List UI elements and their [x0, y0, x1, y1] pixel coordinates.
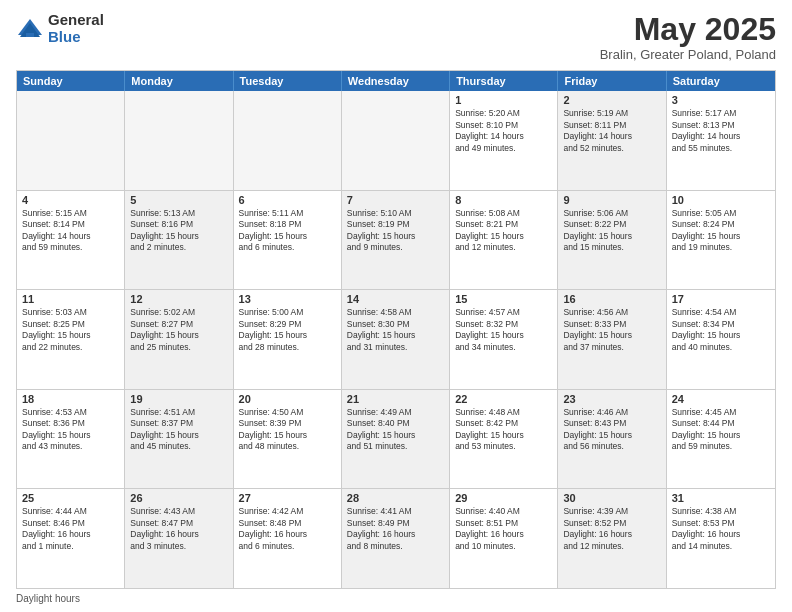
- calendar-cell: [17, 91, 125, 190]
- cell-line: and 8 minutes.: [347, 541, 444, 552]
- calendar-cell: 11Sunrise: 5:03 AMSunset: 8:25 PMDayligh…: [17, 290, 125, 389]
- day-number: 13: [239, 293, 336, 305]
- calendar-cell: 21Sunrise: 4:49 AMSunset: 8:40 PMDayligh…: [342, 390, 450, 489]
- cell-line: Daylight: 14 hours: [563, 131, 660, 142]
- day-number: 9: [563, 194, 660, 206]
- day-number: 21: [347, 393, 444, 405]
- calendar-cell: 27Sunrise: 4:42 AMSunset: 8:48 PMDayligh…: [234, 489, 342, 588]
- calendar-header-cell: Monday: [125, 71, 233, 91]
- cell-line: Sunrise: 5:06 AM: [563, 208, 660, 219]
- cell-line: and 49 minutes.: [455, 143, 552, 154]
- day-number: 23: [563, 393, 660, 405]
- cell-line: and 31 minutes.: [347, 342, 444, 353]
- cell-line: Sunrise: 4:54 AM: [672, 307, 770, 318]
- day-number: 18: [22, 393, 119, 405]
- cell-line: Sunset: 8:48 PM: [239, 518, 336, 529]
- calendar-week: 18Sunrise: 4:53 AMSunset: 8:36 PMDayligh…: [17, 389, 775, 489]
- cell-line: Daylight: 16 hours: [563, 529, 660, 540]
- day-number: 30: [563, 492, 660, 504]
- cell-line: Sunrise: 4:45 AM: [672, 407, 770, 418]
- cell-line: Sunset: 8:34 PM: [672, 319, 770, 330]
- cell-line: Sunset: 8:19 PM: [347, 219, 444, 230]
- cell-line: Sunrise: 4:56 AM: [563, 307, 660, 318]
- calendar-cell: 28Sunrise: 4:41 AMSunset: 8:49 PMDayligh…: [342, 489, 450, 588]
- cell-line: Sunset: 8:11 PM: [563, 120, 660, 131]
- cell-line: Daylight: 15 hours: [239, 231, 336, 242]
- cell-line: Sunset: 8:29 PM: [239, 319, 336, 330]
- calendar-cell: 19Sunrise: 4:51 AMSunset: 8:37 PMDayligh…: [125, 390, 233, 489]
- calendar-cell: 14Sunrise: 4:58 AMSunset: 8:30 PMDayligh…: [342, 290, 450, 389]
- cell-line: and 3 minutes.: [130, 541, 227, 552]
- cell-line: Daylight: 14 hours: [455, 131, 552, 142]
- day-number: 1: [455, 94, 552, 106]
- calendar-cell: 23Sunrise: 4:46 AMSunset: 8:43 PMDayligh…: [558, 390, 666, 489]
- day-number: 14: [347, 293, 444, 305]
- calendar-header-cell: Saturday: [667, 71, 775, 91]
- cell-line: Sunset: 8:43 PM: [563, 418, 660, 429]
- calendar-cell: 17Sunrise: 4:54 AMSunset: 8:34 PMDayligh…: [667, 290, 775, 389]
- calendar-cell: [342, 91, 450, 190]
- day-number: 20: [239, 393, 336, 405]
- cell-line: Daylight: 15 hours: [130, 231, 227, 242]
- cell-line: and 15 minutes.: [563, 242, 660, 253]
- day-number: 12: [130, 293, 227, 305]
- cell-line: Daylight: 15 hours: [455, 231, 552, 242]
- cell-line: and 2 minutes.: [130, 242, 227, 253]
- cell-line: and 22 minutes.: [22, 342, 119, 353]
- cell-line: Sunset: 8:10 PM: [455, 120, 552, 131]
- cell-line: Sunset: 8:40 PM: [347, 418, 444, 429]
- calendar-week: 25Sunrise: 4:44 AMSunset: 8:46 PMDayligh…: [17, 488, 775, 588]
- calendar-header-cell: Friday: [558, 71, 666, 91]
- day-number: 15: [455, 293, 552, 305]
- title-area: May 2025 Bralin, Greater Poland, Poland: [600, 12, 776, 62]
- calendar-cell: 22Sunrise: 4:48 AMSunset: 8:42 PMDayligh…: [450, 390, 558, 489]
- cell-line: Sunrise: 4:38 AM: [672, 506, 770, 517]
- cell-line: and 59 minutes.: [672, 441, 770, 452]
- cell-line: Sunrise: 5:10 AM: [347, 208, 444, 219]
- day-number: 8: [455, 194, 552, 206]
- day-number: 3: [672, 94, 770, 106]
- calendar-cell: 16Sunrise: 4:56 AMSunset: 8:33 PMDayligh…: [558, 290, 666, 389]
- cell-line: Daylight: 16 hours: [130, 529, 227, 540]
- cell-line: Sunset: 8:52 PM: [563, 518, 660, 529]
- cell-line: and 55 minutes.: [672, 143, 770, 154]
- calendar-header-cell: Sunday: [17, 71, 125, 91]
- cell-line: and 53 minutes.: [455, 441, 552, 452]
- cell-line: Sunrise: 4:53 AM: [22, 407, 119, 418]
- calendar-cell: 24Sunrise: 4:45 AMSunset: 8:44 PMDayligh…: [667, 390, 775, 489]
- cell-line: Sunset: 8:32 PM: [455, 319, 552, 330]
- cell-line: and 12 minutes.: [455, 242, 552, 253]
- day-number: 25: [22, 492, 119, 504]
- cell-line: and 6 minutes.: [239, 541, 336, 552]
- cell-line: Sunrise: 5:19 AM: [563, 108, 660, 119]
- day-number: 22: [455, 393, 552, 405]
- cell-line: Sunrise: 4:48 AM: [455, 407, 552, 418]
- cell-line: Sunrise: 5:03 AM: [22, 307, 119, 318]
- cell-line: Sunset: 8:47 PM: [130, 518, 227, 529]
- cell-line: and 48 minutes.: [239, 441, 336, 452]
- day-number: 11: [22, 293, 119, 305]
- cell-line: Sunset: 8:14 PM: [22, 219, 119, 230]
- cell-line: Daylight: 16 hours: [672, 529, 770, 540]
- cell-line: Sunrise: 4:50 AM: [239, 407, 336, 418]
- cell-line: Daylight: 16 hours: [455, 529, 552, 540]
- cell-line: and 56 minutes.: [563, 441, 660, 452]
- cell-line: Daylight: 15 hours: [672, 330, 770, 341]
- cell-line: Daylight: 15 hours: [239, 430, 336, 441]
- cell-line: Sunrise: 4:46 AM: [563, 407, 660, 418]
- cell-line: Sunrise: 5:02 AM: [130, 307, 227, 318]
- cell-line: Sunset: 8:27 PM: [130, 319, 227, 330]
- cell-line: Sunset: 8:44 PM: [672, 418, 770, 429]
- cell-line: Sunrise: 5:15 AM: [22, 208, 119, 219]
- cell-line: Daylight: 15 hours: [563, 430, 660, 441]
- calendar-week: 4Sunrise: 5:15 AMSunset: 8:14 PMDaylight…: [17, 190, 775, 290]
- day-number: 10: [672, 194, 770, 206]
- cell-line: Daylight: 15 hours: [22, 330, 119, 341]
- day-number: 27: [239, 492, 336, 504]
- calendar-cell: 29Sunrise: 4:40 AMSunset: 8:51 PMDayligh…: [450, 489, 558, 588]
- cell-line: and 14 minutes.: [672, 541, 770, 552]
- footer-note: Daylight hours: [16, 593, 776, 604]
- cell-line: Sunrise: 4:51 AM: [130, 407, 227, 418]
- cell-line: and 6 minutes.: [239, 242, 336, 253]
- calendar-cell: 1Sunrise: 5:20 AMSunset: 8:10 PMDaylight…: [450, 91, 558, 190]
